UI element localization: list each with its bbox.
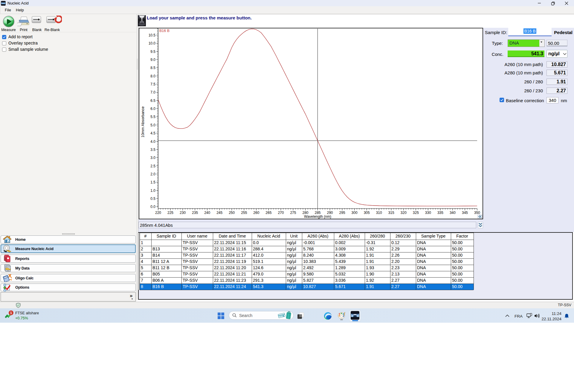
svg-text:8.5: 8.5	[150, 66, 155, 70]
svg-text:3.0: 3.0	[150, 156, 155, 160]
svg-text:350: 350	[474, 211, 480, 215]
svg-text:9.5: 9.5	[150, 50, 155, 54]
svg-text:6.0: 6.0	[150, 107, 155, 111]
svg-text:6.5: 6.5	[150, 99, 155, 103]
svg-text:4.5: 4.5	[150, 131, 155, 135]
svg-text:345: 345	[462, 211, 468, 215]
svg-text:Wavelength (nm): Wavelength (nm)	[304, 215, 331, 219]
svg-text:1.0: 1.0	[150, 189, 155, 193]
svg-text:310: 310	[376, 211, 382, 215]
svg-text:8.0: 8.0	[150, 74, 155, 78]
svg-text:305: 305	[364, 211, 370, 215]
svg-text:340: 340	[450, 211, 456, 215]
svg-text:280: 280	[302, 211, 308, 215]
svg-text:250: 250	[229, 211, 235, 215]
svg-text:2.0: 2.0	[150, 172, 155, 176]
svg-text:1.5: 1.5	[150, 180, 155, 184]
svg-text:315: 315	[388, 211, 394, 215]
svg-text:9.0: 9.0	[150, 58, 155, 62]
svg-text:7.0: 7.0	[150, 90, 155, 94]
svg-text:285: 285	[315, 211, 320, 215]
svg-text:245: 245	[216, 211, 222, 215]
svg-text:7.5: 7.5	[150, 82, 155, 86]
svg-text:10.0: 10.0	[149, 41, 156, 45]
svg-text:270: 270	[278, 211, 284, 215]
svg-text:0.5: 0.5	[150, 197, 155, 201]
svg-text:260: 260	[253, 211, 259, 215]
svg-text:B16 B: B16 B	[159, 29, 170, 33]
svg-text:240: 240	[204, 211, 210, 215]
svg-text:265: 265	[265, 211, 271, 215]
svg-text:300: 300	[352, 211, 358, 215]
svg-text:230: 230	[180, 211, 186, 215]
svg-text:335: 335	[437, 211, 443, 215]
svg-text:325: 325	[413, 211, 419, 215]
svg-text:330: 330	[425, 211, 431, 215]
svg-text:290: 290	[327, 211, 333, 215]
svg-text:225: 225	[167, 211, 173, 215]
svg-text:5.0: 5.0	[150, 123, 155, 127]
svg-text:255: 255	[241, 211, 247, 215]
svg-text:10.5: 10.5	[149, 33, 156, 37]
svg-text:0.0: 0.0	[150, 205, 155, 209]
svg-text:4.0: 4.0	[150, 140, 155, 144]
svg-text:2.5: 2.5	[150, 164, 155, 168]
svg-text:220: 220	[155, 211, 161, 215]
svg-text:295: 295	[339, 211, 345, 215]
svg-text:3.5: 3.5	[150, 148, 155, 152]
svg-text:320: 320	[401, 211, 407, 215]
svg-text:235: 235	[192, 211, 198, 215]
svg-text:275: 275	[290, 211, 296, 215]
svg-text:5.5: 5.5	[150, 115, 155, 119]
